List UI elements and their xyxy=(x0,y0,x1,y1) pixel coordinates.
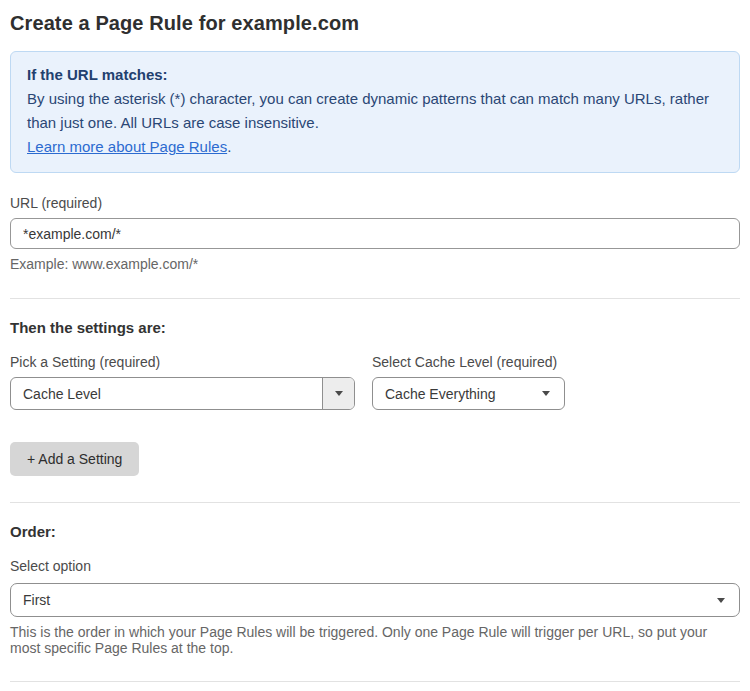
settings-row: Pick a Setting (required) Cache Level Se… xyxy=(10,354,740,410)
setting-column: Pick a Setting (required) Cache Level xyxy=(10,354,355,410)
info-box-link-line: Learn more about Page Rules. xyxy=(27,135,723,159)
setting-select-value: Cache Level xyxy=(11,386,322,402)
footer-divider xyxy=(10,681,740,682)
page-title: Create a Page Rule for example.com xyxy=(10,12,740,35)
order-helper-text: This is the order in which your Page Rul… xyxy=(10,624,740,656)
order-select[interactable]: First xyxy=(10,583,740,617)
order-select-value: First xyxy=(11,592,717,608)
cache-level-select[interactable]: Cache Everything xyxy=(372,377,565,410)
create-page-rule-form: Create a Page Rule for example.com If th… xyxy=(0,0,750,691)
dropdown-arrow-box xyxy=(322,378,354,409)
chevron-down-icon xyxy=(335,391,343,396)
url-matches-info-box: If the URL matches: By using the asteris… xyxy=(10,51,740,173)
url-field-label: URL (required) xyxy=(10,195,740,211)
info-box-body: By using the asterisk (*) character, you… xyxy=(27,87,723,135)
link-suffix: . xyxy=(227,138,231,155)
settings-section-heading: Then the settings are: xyxy=(10,319,740,336)
url-input[interactable] xyxy=(10,218,740,249)
info-box-heading: If the URL matches: xyxy=(27,63,723,87)
cache-level-select-label: Select Cache Level (required) xyxy=(372,354,565,370)
url-example-helper: Example: www.example.com/* xyxy=(10,256,740,272)
chevron-down-icon xyxy=(542,391,550,396)
cache-level-select-value: Cache Everything xyxy=(373,386,542,402)
add-setting-button[interactable]: + Add a Setting xyxy=(10,442,139,476)
setting-select[interactable]: Cache Level xyxy=(10,377,355,410)
section-divider xyxy=(10,298,740,299)
order-section-heading: Order: xyxy=(10,523,740,540)
setting-select-label: Pick a Setting (required) xyxy=(10,354,355,370)
order-select-label: Select option xyxy=(10,558,740,574)
learn-more-link[interactable]: Learn more about Page Rules xyxy=(27,138,227,155)
chevron-down-icon xyxy=(717,598,725,603)
section-divider xyxy=(10,502,740,503)
cache-level-column: Select Cache Level (required) Cache Ever… xyxy=(372,354,565,410)
